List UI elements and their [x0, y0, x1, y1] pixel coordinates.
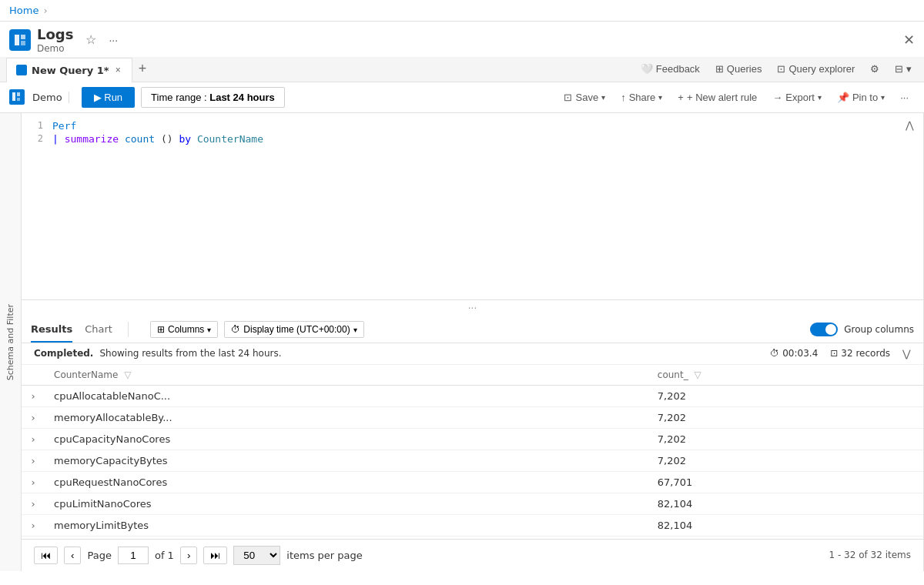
table-row: › cpuCapacityNanoCores 7,202 — [22, 428, 923, 450]
table-row: › memoryAllocatableBy... 7,202 — [22, 406, 923, 428]
share-button[interactable]: ↑ Share ▾ — [614, 88, 668, 107]
columns-chevron-icon: ▾ — [207, 326, 211, 334]
pin-to-button[interactable]: 📌 Pin to ▾ — [831, 88, 891, 107]
execution-time-badge: ⏱ 00:03.4 — [770, 348, 818, 359]
export-chevron-icon: ▾ — [818, 93, 822, 102]
columns-button[interactable]: ⊞ Columns ▾ — [150, 321, 218, 338]
filter-icon-count[interactable]: ▽ — [695, 369, 701, 380]
filter-icon-counter[interactable]: ▽ — [124, 369, 131, 380]
results-tabs: Results Chart ⊞ Columns ▾ ⏱ Display time… — [22, 317, 923, 343]
alert-icon: + — [678, 92, 684, 103]
page-subtitle: Demo — [37, 43, 73, 54]
layout-button[interactable]: ⊟ ▾ — [889, 60, 918, 78]
row-expand[interactable]: › — [22, 450, 45, 471]
prev-page-button[interactable]: ‹ — [64, 547, 81, 564]
editor-line-1: 1 Perf — [22, 119, 923, 132]
count-header[interactable]: count_ ▽ — [648, 365, 923, 386]
tab-chart[interactable]: Chart — [85, 317, 112, 343]
breadcrumb: Home › — [9, 5, 48, 16]
new-alert-button[interactable]: + + New alert rule — [671, 88, 763, 107]
sidebar-toggle[interactable]: Schema and Filter — [0, 113, 22, 571]
count-cell: 7,202 — [648, 385, 923, 406]
expand-col-header — [22, 365, 45, 386]
toolbar-actions: ⊡ Save ▾ ↑ Share ▾ + + New alert rule → … — [557, 88, 915, 107]
active-tab[interactable]: New Query 1* × — [6, 58, 132, 82]
more-toolbar-button[interactable]: ··· — [894, 88, 915, 107]
query-explorer-button[interactable]: ⊡ Query explorer — [771, 60, 861, 78]
data-table: CounterName ▽ count_ ▽ › cpuAllocatableN… — [22, 365, 923, 539]
line-number-2: 2 — [22, 133, 52, 144]
count-cell: 82,104 — [648, 514, 923, 536]
title-text: Logs Demo — [37, 26, 73, 54]
first-page-button[interactable]: ⏮ — [34, 547, 58, 564]
row-expand[interactable]: › — [22, 471, 45, 493]
page-input[interactable] — [118, 547, 149, 564]
breadcrumb-home[interactable]: Home — [9, 5, 38, 16]
tab-label: New Query 1* — [32, 65, 109, 76]
share-chevron-icon: ▾ — [658, 93, 662, 102]
data-table-container: CounterName ▽ count_ ▽ › cpuAllocatableN… — [22, 365, 923, 539]
row-expand[interactable]: › — [22, 493, 45, 514]
heart-icon: 🤍 — [641, 63, 653, 75]
save-icon: ⊡ — [564, 92, 572, 103]
time-range-button[interactable]: Time range : Last 24 hours — [141, 87, 285, 108]
close-window-button[interactable]: ✕ — [903, 32, 915, 48]
items-per-page-label: items per page — [286, 550, 362, 561]
row-expand[interactable]: › — [22, 428, 45, 450]
run-button[interactable]: ▶ Run — [82, 87, 135, 108]
pagination-summary: 1 - 32 of 32 items — [829, 550, 911, 560]
page-size-select[interactable]: 50 100 200 — [233, 546, 280, 565]
more-options-button[interactable]: ··· — [105, 32, 121, 48]
counter-name-header[interactable]: CounterName ▽ — [45, 365, 648, 386]
status-completed: Completed. — [34, 348, 93, 359]
close-tab-button[interactable]: × — [114, 65, 122, 75]
last-page-button[interactable]: ⏭ — [203, 547, 227, 564]
svg-rect-5 — [17, 98, 20, 101]
queries-button[interactable]: ⊞ Queries — [709, 60, 768, 78]
record-count-badge: ⊡ 32 records — [830, 348, 890, 359]
timer-icon: ⏱ — [770, 348, 779, 359]
star-button[interactable]: ☆ — [82, 31, 99, 48]
tab-results[interactable]: Results — [31, 317, 72, 343]
share-icon: ↑ — [621, 92, 626, 103]
expand-results-button[interactable]: ⋁ — [902, 348, 911, 359]
add-tab-button[interactable]: + — [132, 58, 153, 80]
export-button[interactable]: → Export ▾ — [766, 88, 828, 107]
expand-area[interactable]: ··· — [22, 300, 923, 317]
records-icon: ⊡ — [830, 348, 838, 359]
results-toolbar: ⊞ Columns ▾ ⏱ Display time (UTC+00:00) ▾ — [150, 321, 364, 338]
settings-button[interactable]: ⚙ — [864, 60, 886, 78]
expand-dots: ··· — [468, 303, 477, 314]
status-bar-right: ⏱ 00:03.4 ⊡ 32 records ⋁ — [770, 348, 911, 359]
query-toolbar: Demo ▶ Run Time range : Last 24 hours ⊡ … — [0, 82, 924, 113]
row-expand[interactable]: › — [22, 514, 45, 536]
line-number-1: 1 — [22, 120, 52, 131]
query-explorer-icon: ⊡ — [777, 63, 785, 75]
svg-rect-4 — [17, 92, 20, 96]
display-time-button[interactable]: ⏱ Display time (UTC+00:00) ▾ — [224, 321, 363, 338]
page-label: Page — [87, 550, 111, 561]
count-cell: 7,202 — [648, 428, 923, 450]
editor-line-2: 2 | summarize count () by CounterName — [22, 132, 923, 145]
sidebar-label: Schema and Filter — [5, 304, 15, 380]
line-content-1: Perf — [52, 120, 923, 132]
row-expand[interactable]: › — [22, 385, 45, 406]
code-editor[interactable]: 1 Perf 2 | summarize count () by Counter… — [22, 113, 923, 300]
next-page-button[interactable]: › — [180, 547, 197, 564]
row-expand[interactable]: › — [22, 406, 45, 428]
scope-icon — [9, 89, 25, 105]
page-of-label: of 1 — [155, 550, 174, 561]
collapse-editor-button[interactable]: ⋀ — [906, 119, 914, 131]
tab-bar: New Query 1* × + 🤍 Feedback ⊞ Queries ⊡ … — [0, 57, 924, 82]
title-actions: ☆ ··· — [82, 31, 121, 48]
tab-divider — [128, 322, 129, 337]
tab-bar-right: 🤍 Feedback ⊞ Queries ⊡ Query explorer ⚙ … — [634, 60, 918, 78]
count-cell: 67,701 — [648, 471, 923, 493]
save-button[interactable]: ⊡ Save ▾ — [557, 88, 611, 107]
group-columns-toggle[interactable] — [810, 323, 838, 336]
status-bar: Completed. Showing results from the last… — [22, 343, 923, 365]
counter-name-cell: memoryAllocatableBy... — [45, 406, 648, 428]
counter-name-cell: cpuAllocatableNanoC... — [45, 385, 648, 406]
counter-name-cell: cpuCapacityNanoCores — [45, 428, 648, 450]
feedback-button[interactable]: 🤍 Feedback — [634, 60, 706, 78]
